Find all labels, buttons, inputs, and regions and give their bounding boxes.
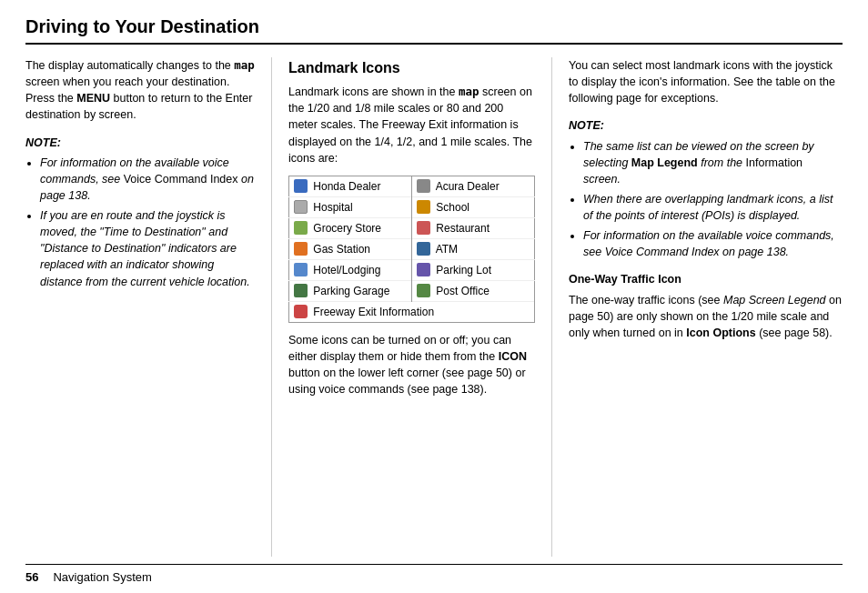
- landmark-table: Honda Dealer Acura Dealer Hospital: [288, 176, 535, 323]
- table-cell: Acura Dealer: [412, 176, 535, 196]
- table-cell-freeway: Freeway Exit Information: [289, 301, 535, 322]
- table-row: Gas Station ATM: [289, 238, 535, 259]
- table-cell: ATM: [412, 238, 535, 259]
- table-cell: Hospital: [289, 196, 412, 217]
- col-left-intro: The display automatically changes to the…: [25, 57, 255, 124]
- parking-lot-label: Parking Lot: [436, 264, 491, 276]
- table-row: Freeway Exit Information: [289, 301, 535, 322]
- hotel-lodging-icon: [294, 263, 308, 276]
- post-office-label: Post Office: [436, 285, 489, 297]
- acura-dealer-icon: [417, 179, 430, 193]
- right-intro-text: You can select most landmark icons with …: [569, 59, 835, 105]
- restaurant-label: Restaurant: [436, 222, 490, 235]
- landmark-intro: Landmark icons are shown in the map scre…: [288, 84, 535, 166]
- restaurant-icon: [417, 221, 430, 235]
- note-heading-left: NOTE:: [25, 135, 255, 151]
- hospital-label: Hospital: [313, 201, 352, 214]
- note-heading-right: NOTE:: [569, 117, 843, 134]
- col-mid: Landmark Icons Landmark icons are shown …: [271, 57, 551, 557]
- parking-lot-icon: [417, 263, 430, 276]
- gas-station-icon: [294, 242, 308, 256]
- right-note-3-text: For information on the available voice c…: [583, 229, 834, 258]
- footer: 56 Navigation System: [25, 564, 843, 584]
- freeway-exit-label: Freeway Exit Information: [313, 306, 434, 318]
- school-label: School: [436, 201, 469, 214]
- hospital-icon: [294, 200, 308, 214]
- table-cell: School: [412, 196, 535, 217]
- post-office-icon: [417, 284, 430, 297]
- icon-instructions: Some icons can be turned on or off; you …: [288, 332, 535, 398]
- table-row: Hotel/Lodging Parking Lot: [289, 259, 535, 280]
- atm-icon: [417, 242, 430, 256]
- right-note-2-text: When there are overlapping landmark icon…: [583, 193, 833, 222]
- landmark-intro-text1: Landmark icons are shown in the: [288, 85, 459, 98]
- note-item-1: For information on the available voice c…: [40, 155, 255, 204]
- table-row: Parking Garage Post Office: [289, 280, 535, 301]
- columns: The display automatically changes to the…: [25, 57, 843, 557]
- table-cell: Honda Dealer: [289, 176, 412, 196]
- footer-page-number: 56: [25, 570, 38, 584]
- table-row: Hospital School: [289, 196, 535, 217]
- page: Driving to Your Destination The display …: [0, 0, 868, 593]
- parking-garage-icon: [294, 284, 308, 297]
- owt-text1: The one-way traffic icons (see Map Scree…: [569, 294, 842, 339]
- note-list-right: The same list can be viewed on the scree…: [569, 138, 843, 261]
- parking-garage-label: Parking Garage: [313, 285, 389, 297]
- honda-dealer-icon: [294, 179, 308, 193]
- table-cell: Parking Lot: [412, 259, 535, 280]
- table-cell: Hotel/Lodging: [289, 259, 412, 280]
- map-word-mid: map: [459, 84, 479, 100]
- col-left: The display automatically changes to the…: [25, 57, 271, 557]
- table-cell: Parking Garage: [289, 280, 412, 301]
- atm-label: ATM: [436, 243, 458, 256]
- icon-instr-text1: Some icons can be turned on or off; you …: [288, 334, 527, 396]
- table-row: Honda Dealer Acura Dealer: [289, 176, 535, 196]
- table-row: Grocery Store Restaurant: [289, 217, 535, 238]
- right-intro: You can select most landmark icons with …: [569, 57, 843, 106]
- intro-text2: screen when you reach your destination. …: [25, 75, 252, 121]
- note-item-2: If you are en route and the joystick is …: [40, 207, 255, 290]
- intro-text1: The display automatically changes to the: [25, 59, 234, 72]
- grocery-store-icon: [294, 221, 308, 235]
- acura-dealer-label: Acura Dealer: [436, 180, 500, 193]
- footer-app-name: Navigation System: [53, 570, 151, 584]
- one-way-traffic-body: The one-way traffic icons (see Map Scree…: [569, 292, 843, 341]
- right-note-3: For information on the available voice c…: [583, 227, 843, 260]
- hotel-lodging-label: Hotel/Lodging: [313, 264, 380, 276]
- table-cell: Gas Station: [289, 238, 412, 259]
- page-title: Driving to Your Destination: [25, 16, 843, 45]
- freeway-exit-icon: [294, 305, 308, 318]
- col-right: You can select most landmark icons with …: [551, 57, 843, 557]
- right-note-2: When there are overlapping landmark icon…: [583, 191, 843, 224]
- right-note-1-ref: Information: [746, 156, 803, 169]
- right-note-1-end: screen.: [583, 173, 621, 186]
- school-icon: [417, 200, 430, 214]
- table-cell: Post Office: [412, 280, 535, 301]
- honda-dealer-label: Honda Dealer: [313, 180, 380, 193]
- note-list-left: For information on the available voice c…: [25, 155, 255, 290]
- one-way-traffic-heading: One-Way Traffic Icon: [569, 271, 843, 287]
- landmark-icons-heading: Landmark Icons: [288, 57, 535, 78]
- gas-station-label: Gas Station: [313, 243, 370, 256]
- right-note-3-ref: on page 138.: [722, 246, 789, 258]
- table-cell: Restaurant: [412, 217, 535, 238]
- grocery-store-label: Grocery Store: [313, 222, 381, 235]
- note-item-2-text: If you are en route and the joystick is …: [40, 209, 250, 288]
- right-note-1: The same list can be viewed on the scree…: [583, 138, 843, 187]
- table-cell: Grocery Store: [289, 217, 412, 238]
- map-word: map: [234, 57, 255, 74]
